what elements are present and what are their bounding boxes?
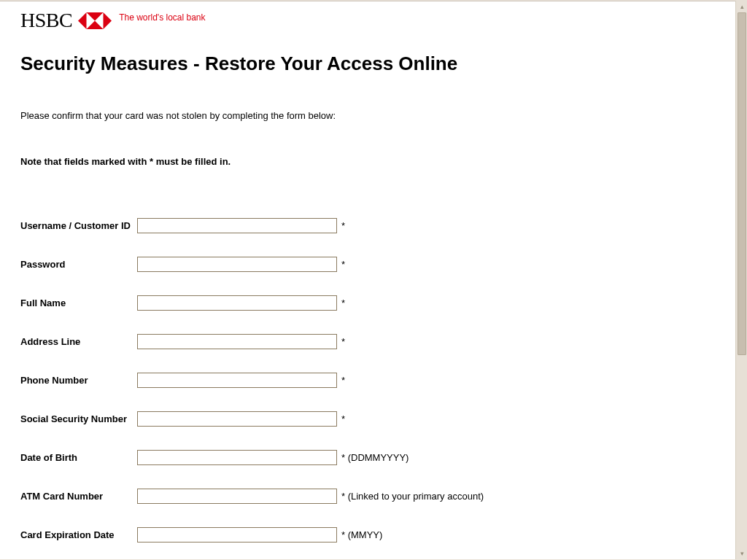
required-note: Note that fields marked with * must be f… bbox=[20, 156, 715, 167]
label-atm: ATM Card Number bbox=[20, 491, 137, 502]
scroll-thumb[interactable] bbox=[738, 12, 746, 355]
intro-text: Please confirm that your card was not st… bbox=[20, 110, 715, 121]
hint-atm: * (Linked to your primary account) bbox=[341, 491, 484, 502]
scroll-up-icon[interactable]: ▴ bbox=[736, 1, 747, 12]
form-row-password: Password * bbox=[20, 257, 715, 272]
page-container: HSBC The world's local bank Security Mea… bbox=[0, 1, 735, 559]
scroll-down-icon[interactable]: ▾ bbox=[736, 548, 747, 559]
hint-ssn: * bbox=[341, 413, 345, 424]
form-row-address: Address Line * bbox=[20, 334, 715, 349]
form-row-ssn: Social Security Number * bbox=[20, 411, 715, 427]
form-row-fullname: Full Name * bbox=[20, 295, 715, 311]
label-expiry: Card Expiration Date bbox=[20, 529, 137, 540]
tagline: The world's local bank bbox=[119, 12, 205, 23]
label-ssn: Social Security Number bbox=[20, 413, 137, 424]
input-phone[interactable] bbox=[137, 373, 337, 388]
label-dob: Date of Birth bbox=[20, 452, 137, 463]
main-content: Security Measures - Restore Your Access … bbox=[0, 32, 735, 542]
form-row-expiry: Card Expiration Date * (MMYY) bbox=[20, 527, 715, 542]
label-phone: Phone Number bbox=[20, 375, 137, 386]
input-ssn[interactable] bbox=[137, 411, 337, 427]
label-password: Password bbox=[20, 259, 137, 270]
input-address[interactable] bbox=[137, 334, 337, 349]
input-dob[interactable] bbox=[137, 450, 337, 465]
scrollbar[interactable]: ▴ ▾ bbox=[735, 1, 747, 559]
hsbc-logo-icon bbox=[78, 12, 112, 29]
header: HSBC The world's local bank bbox=[0, 1, 735, 32]
page-title: Security Measures - Restore Your Access … bbox=[20, 52, 715, 75]
input-password[interactable] bbox=[137, 257, 337, 272]
logo-text: HSBC bbox=[20, 9, 72, 32]
label-fullname: Full Name bbox=[20, 298, 137, 308]
hint-phone: * bbox=[341, 375, 345, 386]
hint-fullname: * bbox=[341, 298, 345, 308]
label-address: Address Line bbox=[20, 336, 137, 347]
form-row-phone: Phone Number * bbox=[20, 373, 715, 388]
input-fullname[interactable] bbox=[137, 295, 337, 311]
form-row-dob: Date of Birth * (DDMMYYYY) bbox=[20, 450, 715, 465]
hint-expiry: * (MMYY) bbox=[341, 529, 382, 540]
input-atm[interactable] bbox=[137, 489, 337, 504]
hint-address: * bbox=[341, 336, 345, 347]
input-username[interactable] bbox=[137, 218, 337, 233]
form-row-atm: ATM Card Number * (Linked to your primar… bbox=[20, 489, 715, 504]
label-username: Username / Customer ID bbox=[20, 220, 137, 231]
hint-username: * bbox=[341, 220, 345, 231]
form-row-username: Username / Customer ID * bbox=[20, 218, 715, 233]
hint-dob: * (DDMMYYYY) bbox=[341, 452, 409, 463]
hint-password: * bbox=[341, 259, 345, 270]
form: Username / Customer ID * Password * Full… bbox=[20, 218, 715, 542]
input-expiry[interactable] bbox=[137, 527, 337, 542]
